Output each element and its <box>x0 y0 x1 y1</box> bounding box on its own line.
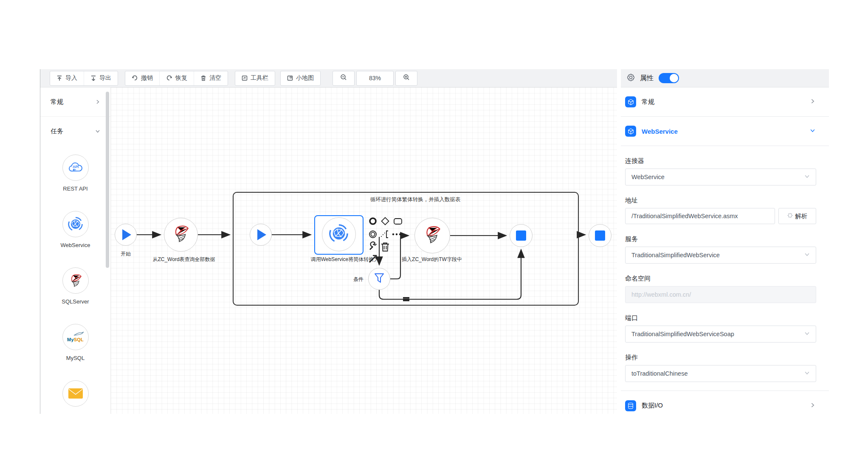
zoom-level-value: 83% <box>369 75 381 81</box>
zoom-in-button[interactable] <box>395 71 417 86</box>
start-node-label: 开始 <box>121 250 131 258</box>
chevron-down-icon <box>804 173 810 181</box>
export-label: 导出 <box>99 74 111 82</box>
condition-node-label: 条件 <box>353 276 364 283</box>
flow-canvas[interactable]: 循环进行简体繁体转换，并插入数据表 开始 从ZC_Word表查询全部数据 调用W… <box>111 87 617 414</box>
undo-button[interactable]: 撤销 <box>125 71 159 85</box>
insert-sql-node[interactable] <box>414 218 450 253</box>
chevron-down-icon <box>95 128 100 135</box>
toolbar-toggle-label: 工具栏 <box>251 74 268 82</box>
undo-label: 撤销 <box>141 74 153 82</box>
more-dots-icon[interactable] <box>392 233 402 236</box>
start-node[interactable] <box>115 224 137 246</box>
palette-item-list: API REST API WebService SQLServer <box>40 146 110 437</box>
operation-select[interactable]: toTraditionalChinese <box>625 365 816 382</box>
namespace-field-label: 命名空间 <box>625 275 816 283</box>
import-export-group: 导入 导出 <box>50 71 118 86</box>
svg-text:API: API <box>73 165 79 169</box>
namespace-placeholder: http://webxml.com.cn/ <box>631 291 691 298</box>
history-group: 撤销 恢复 清空 <box>125 71 228 86</box>
palette-item-label: WebService <box>61 242 90 248</box>
toolbar-toggle-button[interactable]: 工具栏 <box>235 71 275 85</box>
service-select-value: TraditionalSimplifiedWebService <box>631 252 720 258</box>
chevron-right-icon <box>810 402 815 410</box>
loop-stop-node[interactable] <box>510 224 533 247</box>
service-select[interactable]: TraditionalSimplifiedWebService <box>625 247 816 264</box>
zoom-in-icon <box>403 74 410 82</box>
zoom-out-icon <box>340 74 347 82</box>
trash-icon <box>200 75 206 81</box>
palette-item-sqlserver[interactable]: SQLServer <box>62 267 89 324</box>
canvas-toolbar: 导入 导出 撤销 恢复 清空 <box>40 69 617 87</box>
loop-start-node[interactable] <box>250 224 272 246</box>
play-icon <box>257 229 266 240</box>
loop-group-title: 循环进行简体繁体转换，并插入数据表 <box>370 196 461 203</box>
query-sql-node[interactable] <box>164 218 198 252</box>
redo-button[interactable]: 恢复 <box>159 71 194 85</box>
shape-diamond-icon[interactable] <box>380 216 390 226</box>
connector-field-label: 连接器 <box>625 157 816 165</box>
chevron-down-icon <box>804 370 810 377</box>
palette-item-email[interactable] <box>62 380 89 437</box>
properties-header: 属性 <box>621 69 829 87</box>
chevron-down-icon <box>810 127 815 135</box>
bracket-insert-icon[interactable] <box>380 230 389 239</box>
condition-node[interactable] <box>368 268 390 290</box>
database-icon <box>625 400 636 411</box>
app-window: 导入 导出 撤销 恢复 清空 <box>40 69 829 414</box>
end-node[interactable] <box>589 224 612 247</box>
insert-sql-node-label: 插入ZC_Word的TW字段中 <box>402 256 462 263</box>
filter-funnel-icon <box>373 272 385 286</box>
sidebar-section-general[interactable]: 常规 <box>40 87 110 117</box>
sqlserver-icon <box>170 223 192 247</box>
export-button[interactable]: 导出 <box>84 71 118 85</box>
panel-section-data-io[interactable]: 数据I/O <box>621 391 829 414</box>
undo-icon <box>132 75 138 81</box>
webservice-node[interactable] <box>322 217 356 251</box>
minimap-button[interactable]: 小地图 <box>281 71 320 85</box>
port-ring-icon[interactable] <box>369 230 377 239</box>
palette-item-mysql[interactable]: MySQL MySQL <box>62 324 89 380</box>
connector-select[interactable]: WebService <box>625 169 816 185</box>
stop-icon <box>595 230 605 241</box>
import-label: 导入 <box>65 74 77 82</box>
query-sql-node-label: 从ZC_Word表查询全部数据 <box>152 256 215 263</box>
palette-item-label: SQLServer <box>62 298 89 305</box>
zoom-out-button[interactable] <box>333 71 355 86</box>
operation-select-value: toTraditionalChinese <box>631 370 688 377</box>
rest-api-cloud-icon: API <box>62 155 89 181</box>
clear-label: 清空 <box>209 74 221 82</box>
palette-item-rest-api[interactable]: API REST API <box>62 155 89 211</box>
parse-button-label: 解析 <box>795 212 808 220</box>
import-icon <box>56 75 62 81</box>
sidebar-scrollbar-thumb[interactable] <box>106 92 109 268</box>
parse-button[interactable]: 解析 <box>778 208 816 224</box>
sidebar-section-tasks[interactable]: 任务 <box>40 117 110 146</box>
wrench-icon[interactable] <box>368 241 378 251</box>
connect-arrow-icon[interactable] <box>368 253 379 264</box>
loop-group-node[interactable] <box>233 192 579 306</box>
panel-section-webservice[interactable]: WebService <box>621 117 829 146</box>
panel-section-webservice-label: WebService <box>642 128 804 135</box>
port-select[interactable]: TraditionalSimplifiedWebServiceSoap <box>625 326 816 343</box>
shape-circle-icon[interactable] <box>369 217 377 225</box>
zoom-level[interactable]: 83% <box>356 71 394 86</box>
delete-trash-icon[interactable] <box>380 242 390 252</box>
cube-icon <box>625 126 636 137</box>
address-input[interactable]: /TraditionalSimplifiedWebService.asmx <box>625 208 775 224</box>
node-palette-sidebar: 常规 任务 API REST API WebService <box>40 87 111 414</box>
panel-section-general[interactable]: 常规 <box>621 87 829 117</box>
connector-select-value: WebService <box>631 174 665 180</box>
redo-label: 恢复 <box>175 74 187 82</box>
clear-button[interactable]: 清空 <box>194 71 228 85</box>
export-icon <box>90 75 96 81</box>
properties-toggle[interactable] <box>659 73 679 83</box>
import-button[interactable]: 导入 <box>50 71 84 85</box>
redo-icon <box>166 75 172 81</box>
sidebar-section-tasks-label: 任务 <box>51 127 63 135</box>
chevron-down-icon <box>804 330 810 338</box>
properties-panel: 属性 常规 WebService 连接器 WebService 地址 <box>621 69 829 414</box>
sqlserver-icon <box>62 267 89 294</box>
shape-rect-icon[interactable] <box>393 218 403 225</box>
palette-item-webservice[interactable]: WebService <box>61 211 90 267</box>
